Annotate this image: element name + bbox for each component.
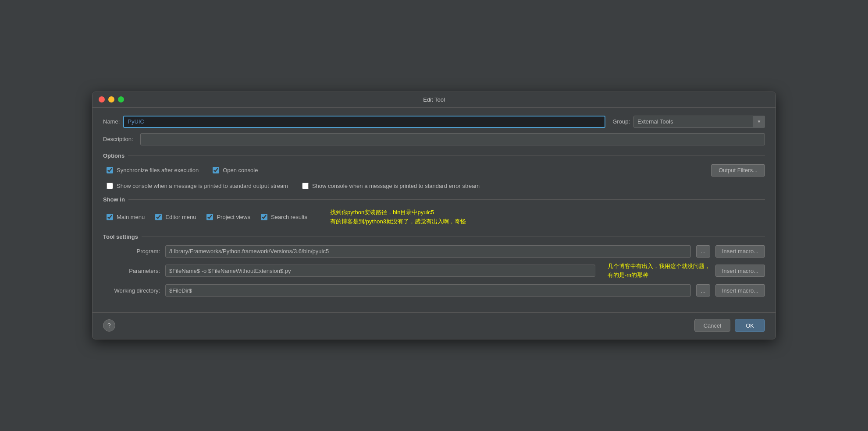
dialog-body: Name: Group: External Tools ▼ Descriptio… <box>92 108 776 312</box>
working-dir-label: Working directory: <box>103 287 160 294</box>
editor-menu-label: Editor menu <box>165 214 196 220</box>
program-input[interactable] <box>165 245 691 258</box>
ok-button[interactable]: OK <box>735 319 765 332</box>
description-label: Description: <box>103 136 133 142</box>
edit-tool-dialog: Edit Tool Name: Group: External Tools ▼ … <box>92 92 776 339</box>
settings-grid: Program: ... Insert macro... Parameters:… <box>103 245 765 297</box>
group-label: Group: <box>612 118 630 125</box>
output-filters-button[interactable]: Output Filters... <box>711 164 765 177</box>
sync-files-checkbox-item: Synchronize files after execution <box>107 167 199 173</box>
project-views-label: Project views <box>217 214 250 220</box>
sync-files-label: Synchronize files after execution <box>117 167 199 173</box>
name-label: Name: <box>103 118 120 125</box>
sync-files-checkbox[interactable] <box>107 167 113 173</box>
maximize-button[interactable] <box>118 96 124 102</box>
open-console-checkbox-item: Open console <box>213 167 258 173</box>
options-section-label: Options <box>103 152 765 159</box>
options-row-1: Synchronize files after execution Open c… <box>107 164 765 177</box>
parameters-annotation: 几个博客中有出入，我用这个就没问题， 有的是-m的那种 <box>601 262 710 280</box>
name-input[interactable] <box>123 116 605 128</box>
titlebar: Edit Tool <box>92 92 776 108</box>
project-views-checkbox[interactable] <box>206 214 213 220</box>
search-results-checkbox-item: Search results <box>261 214 307 220</box>
parameters-label: Parameters: <box>103 268 160 274</box>
annotation-1: 找到你python安装路径，bin目录中pyuic5 有的博客是到/python… <box>327 208 466 226</box>
working-dir-input[interactable] <box>165 284 691 297</box>
footer-actions: Cancel OK <box>694 319 765 332</box>
options-grid: Synchronize files after execution Open c… <box>103 164 765 189</box>
show-stderr-label: Show console when a message is printed t… <box>312 183 480 189</box>
options-section: Options Synchronize files after executio… <box>103 152 765 189</box>
close-button[interactable] <box>99 96 105 102</box>
parameters-row: Parameters: 几个博客中有出入，我用这个就没问题， 有的是-m的那种 … <box>103 262 765 280</box>
search-results-checkbox[interactable] <box>261 214 267 220</box>
open-console-label: Open console <box>223 167 258 173</box>
working-dir-insert-macro-button[interactable]: Insert macro... <box>715 284 765 297</box>
question-mark-icon: ? <box>107 322 111 329</box>
editor-menu-checkbox[interactable] <box>155 214 162 220</box>
section-divider-2 <box>128 199 765 200</box>
main-menu-label: Main menu <box>117 214 145 220</box>
section-divider-3 <box>142 237 765 237</box>
show-stderr-checkbox[interactable] <box>302 183 309 189</box>
cancel-button[interactable]: Cancel <box>694 319 730 332</box>
project-views-checkbox-item: Project views <box>206 214 250 220</box>
main-menu-checkbox[interactable] <box>107 214 113 220</box>
tool-settings-section: Tool settings Program: ... Insert macro.… <box>103 233 765 297</box>
working-dir-dots-button[interactable]: ... <box>696 284 710 297</box>
section-divider <box>128 155 765 156</box>
description-input[interactable] <box>140 133 765 145</box>
open-console-checkbox[interactable] <box>213 167 219 173</box>
description-row: Description: <box>103 133 765 145</box>
show-stderr-checkbox-item: Show console when a message is printed t… <box>302 183 480 189</box>
group-field-group: Group: External Tools ▼ <box>612 116 765 128</box>
program-label: Program: <box>103 248 160 254</box>
group-select-wrapper: External Tools ▼ <box>633 116 765 128</box>
minimize-button[interactable] <box>108 96 114 102</box>
program-dots-button[interactable]: ... <box>696 245 710 258</box>
main-menu-checkbox-item: Main menu <box>107 214 145 220</box>
show-stdout-checkbox-item: Show console when a message is printed t… <box>107 183 288 189</box>
show-stdout-checkbox[interactable] <box>107 183 113 189</box>
editor-menu-checkbox-item: Editor menu <box>155 214 196 220</box>
name-field-group: Name: <box>103 116 605 128</box>
program-insert-macro-button[interactable]: Insert macro... <box>715 245 765 258</box>
name-group-row: Name: Group: External Tools ▼ <box>103 116 765 128</box>
show-in-section: Show in Main menu Editor menu Project vi… <box>103 196 765 226</box>
program-row: Program: ... Insert macro... <box>103 245 765 258</box>
show-stdout-label: Show console when a message is printed t… <box>117 183 288 189</box>
options-row-2: Show console when a message is printed t… <box>107 183 765 189</box>
tool-settings-section-label: Tool settings <box>103 233 765 240</box>
annotation-3: 几个博客中有出入，我用这个就没问题， 有的是-m的那种 <box>604 262 710 280</box>
show-in-section-label: Show in <box>103 196 765 203</box>
dialog-title: Edit Tool <box>423 96 445 103</box>
search-results-label: Search results <box>271 214 307 220</box>
group-select[interactable]: External Tools <box>633 116 765 128</box>
working-dir-row: Working directory: ... Insert macro... <box>103 284 765 297</box>
show-in-row: Main menu Editor menu Project views Sear… <box>103 208 765 226</box>
window-controls <box>99 96 124 102</box>
parameters-insert-macro-button[interactable]: Insert macro... <box>715 265 765 277</box>
help-button[interactable]: ? <box>103 319 115 332</box>
dialog-footer: ? Cancel OK <box>92 312 776 339</box>
parameters-input[interactable] <box>165 265 595 277</box>
